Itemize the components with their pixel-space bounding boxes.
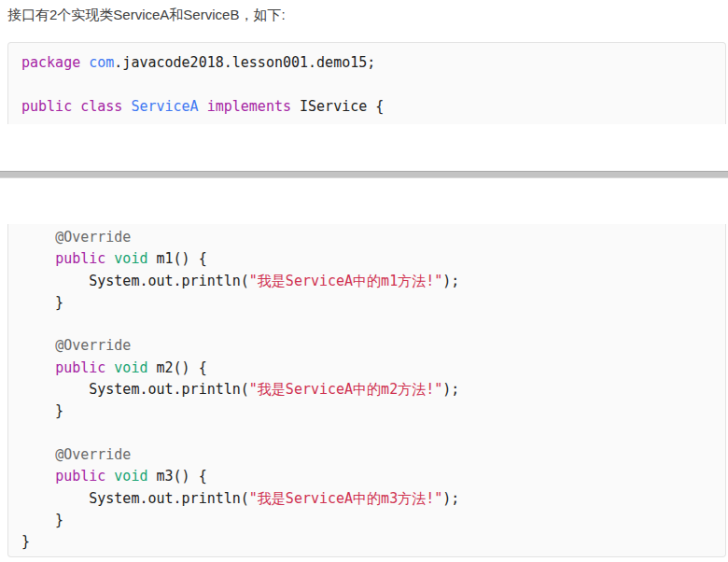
code-line: }	[21, 400, 712, 422]
code-line: public void m2() {	[21, 358, 712, 379]
code-line: public void m3() {	[21, 466, 712, 487]
code-line	[21, 314, 712, 335]
code-line: }	[21, 510, 712, 531]
code-line: public void m1() {	[21, 248, 712, 270]
code-line	[21, 74, 712, 95]
horizontal-scrollbar[interactable]	[0, 171, 728, 178]
article-page: 接口有2个实现类ServiceA和ServiceB，如下: package co…	[0, 0, 728, 562]
code-line: @Override	[21, 227, 712, 248]
code-line: @Override	[21, 335, 712, 357]
code-line: }	[21, 531, 712, 553]
code-line: @Override	[21, 444, 712, 466]
intro-paragraph: 接口有2个实现类ServiceA和ServiceB，如下:	[7, 6, 286, 24]
code-line: package com.javacode2018.lesson001.demo1…	[21, 52, 712, 74]
code-block-servicea-declaration: package com.javacode2018.lesson001.demo1…	[7, 42, 726, 124]
code-line: System.out.println("我是ServiceA中的m3方法!");	[21, 488, 712, 510]
code-line: public class ServiceA implements IServic…	[21, 96, 712, 118]
code-line: }	[21, 292, 712, 314]
code-block-servicea-methods: @Override public void m1() { System.out.…	[7, 224, 726, 557]
code-line: System.out.println("我是ServiceA中的m2方法!");	[21, 379, 712, 400]
code-line	[21, 423, 712, 444]
code-line: System.out.println("我是ServiceA中的m1方法!");	[21, 271, 712, 292]
